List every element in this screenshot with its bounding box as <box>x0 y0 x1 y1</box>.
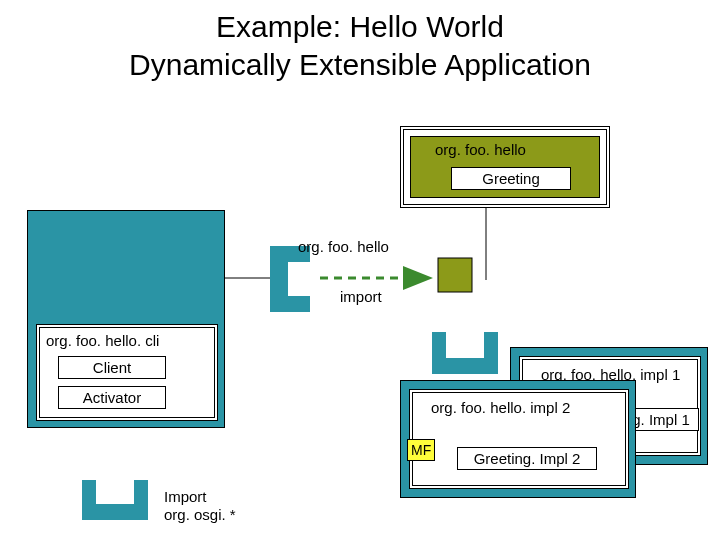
left-bundle-activator: Activator <box>58 386 166 409</box>
import-package-label: org. foo. hello <box>298 238 389 255</box>
bottom-import-line2: org. osgi. * <box>164 506 236 523</box>
right-front-class: Greeting. Impl 2 <box>457 447 597 470</box>
page-title: Example: Hello World Dynamically Extensi… <box>0 0 720 83</box>
title-line-1: Example: Hello World <box>216 10 504 43</box>
svg-rect-3 <box>438 258 472 292</box>
top-bundle-class: Greeting <box>451 167 571 190</box>
title-line-2: Dynamically Extensible Application <box>129 48 591 81</box>
top-bundle-package: org. foo. hello <box>435 141 526 158</box>
right-front-inner: org. foo. hello. impl 2 Greeting. Impl 2 <box>409 389 629 489</box>
bottom-import-line1: Import <box>164 488 207 505</box>
import-label: import <box>340 288 382 305</box>
top-bundle-fill: org. foo. hello Greeting <box>410 136 600 198</box>
mf-badge: MF <box>407 439 435 461</box>
left-bundle-inner: org. foo. hello. cli Client Activator <box>36 324 218 421</box>
right-front-bundle: org. foo. hello. impl 2 Greeting. Impl 2… <box>400 380 636 498</box>
left-bundle-package: org. foo. hello. cli <box>46 332 159 349</box>
top-bundle-box: org. foo. hello Greeting <box>400 126 610 208</box>
left-bundle-outer: org. foo. hello. cli Client Activator <box>27 210 225 428</box>
right-front-package: org. foo. hello. impl 2 <box>431 399 570 416</box>
bottom-import-text: Import org. osgi. * <box>164 488 236 524</box>
left-bundle-client: Client <box>58 356 166 379</box>
